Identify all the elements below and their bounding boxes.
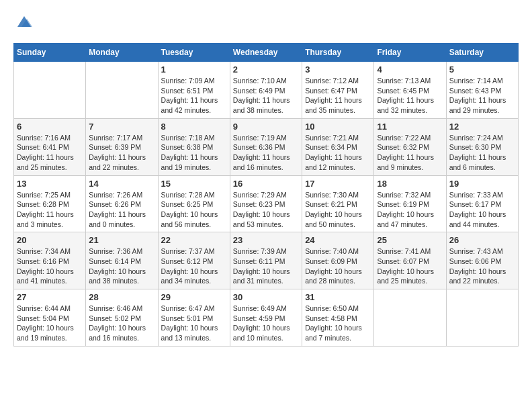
calendar-cell <box>374 289 446 347</box>
calendar-cell: 2Sunrise: 7:10 AMSunset: 6:49 PMDaylight… <box>230 62 302 119</box>
calendar-cell: 31Sunrise: 6:50 AMSunset: 4:58 PMDayligh… <box>302 289 374 347</box>
day-info: Sunrise: 7:29 AMSunset: 6:23 PMDaylight:… <box>233 190 299 230</box>
calendar-cell: 4Sunrise: 7:13 AMSunset: 6:45 PMDaylight… <box>374 62 446 119</box>
weekday-header-monday: Monday <box>86 44 158 62</box>
weekday-header-row: SundayMondayTuesdayWednesdayThursdayFrid… <box>14 44 519 62</box>
calendar-cell: 21Sunrise: 7:36 AMSunset: 6:14 PMDayligh… <box>86 232 158 289</box>
day-number: 31 <box>305 292 371 302</box>
page-header <box>13 13 519 32</box>
day-number: 28 <box>89 292 154 302</box>
day-number: 19 <box>449 179 515 189</box>
day-info: Sunrise: 7:13 AMSunset: 6:45 PMDaylight:… <box>377 76 443 116</box>
day-info: Sunrise: 7:30 AMSunset: 6:21 PMDaylight:… <box>305 190 371 230</box>
week-row-3: 13Sunrise: 7:25 AMSunset: 6:28 PMDayligh… <box>14 175 519 232</box>
calendar-cell: 30Sunrise: 6:49 AMSunset: 4:59 PMDayligh… <box>230 289 302 347</box>
day-number: 3 <box>305 64 371 75</box>
day-number: 9 <box>233 122 299 132</box>
day-info: Sunrise: 7:09 AMSunset: 6:51 PMDaylight:… <box>161 76 227 116</box>
weekday-header-sunday: Sunday <box>14 44 86 62</box>
day-number: 22 <box>161 235 227 245</box>
calendar-cell: 18Sunrise: 7:32 AMSunset: 6:19 PMDayligh… <box>374 175 446 232</box>
day-number: 13 <box>17 179 83 189</box>
day-number: 15 <box>161 179 227 189</box>
logo <box>13 13 34 32</box>
weekday-header-tuesday: Tuesday <box>158 44 230 62</box>
calendar-cell <box>86 62 158 119</box>
week-row-1: 1Sunrise: 7:09 AMSunset: 6:51 PMDaylight… <box>14 62 519 119</box>
calendar-cell: 14Sunrise: 7:26 AMSunset: 6:26 PMDayligh… <box>86 175 158 232</box>
calendar-cell: 3Sunrise: 7:12 AMSunset: 6:47 PMDaylight… <box>302 62 374 119</box>
week-row-4: 20Sunrise: 7:34 AMSunset: 6:16 PMDayligh… <box>14 232 519 289</box>
day-number: 11 <box>377 122 443 132</box>
day-info: Sunrise: 7:12 AMSunset: 6:47 PMDaylight:… <box>305 76 371 116</box>
day-info: Sunrise: 7:34 AMSunset: 6:16 PMDaylight:… <box>17 246 83 286</box>
day-number: 21 <box>89 235 154 245</box>
calendar-cell: 11Sunrise: 7:22 AMSunset: 6:32 PMDayligh… <box>374 118 446 175</box>
day-number: 29 <box>161 292 227 302</box>
day-info: Sunrise: 7:24 AMSunset: 6:30 PMDaylight:… <box>449 133 515 173</box>
logo-icon <box>15 13 34 32</box>
calendar-cell: 24Sunrise: 7:40 AMSunset: 6:09 PMDayligh… <box>302 232 374 289</box>
day-info: Sunrise: 7:37 AMSunset: 6:12 PMDaylight:… <box>161 246 227 286</box>
calendar-cell: 8Sunrise: 7:18 AMSunset: 6:38 PMDaylight… <box>158 118 230 175</box>
day-number: 12 <box>449 122 515 132</box>
day-number: 26 <box>449 235 515 245</box>
week-row-2: 6Sunrise: 7:16 AMSunset: 6:41 PMDaylight… <box>14 118 519 175</box>
calendar-cell: 13Sunrise: 7:25 AMSunset: 6:28 PMDayligh… <box>14 175 86 232</box>
day-info: Sunrise: 6:49 AMSunset: 4:59 PMDaylight:… <box>233 304 299 343</box>
calendar-cell <box>446 289 518 347</box>
calendar-cell: 19Sunrise: 7:33 AMSunset: 6:17 PMDayligh… <box>446 175 518 232</box>
day-info: Sunrise: 6:44 AMSunset: 5:04 PMDaylight:… <box>17 304 83 343</box>
weekday-header-saturday: Saturday <box>446 44 518 62</box>
day-info: Sunrise: 7:43 AMSunset: 6:06 PMDaylight:… <box>449 246 515 286</box>
weekday-header-friday: Friday <box>374 44 446 62</box>
day-info: Sunrise: 7:25 AMSunset: 6:28 PMDaylight:… <box>17 190 83 230</box>
day-info: Sunrise: 7:21 AMSunset: 6:34 PMDaylight:… <box>305 133 371 173</box>
day-info: Sunrise: 7:36 AMSunset: 6:14 PMDaylight:… <box>89 246 154 286</box>
calendar-cell: 5Sunrise: 7:14 AMSunset: 6:43 PMDaylight… <box>446 62 518 119</box>
calendar-cell: 25Sunrise: 7:41 AMSunset: 6:07 PMDayligh… <box>374 232 446 289</box>
calendar-cell: 7Sunrise: 7:17 AMSunset: 6:39 PMDaylight… <box>86 118 158 175</box>
calendar-cell: 28Sunrise: 6:46 AMSunset: 5:02 PMDayligh… <box>86 289 158 347</box>
day-number: 20 <box>17 235 83 245</box>
calendar-table: SundayMondayTuesdayWednesdayThursdayFrid… <box>13 43 519 347</box>
day-info: Sunrise: 7:10 AMSunset: 6:49 PMDaylight:… <box>233 76 299 116</box>
day-number: 18 <box>377 179 443 189</box>
calendar-cell: 15Sunrise: 7:28 AMSunset: 6:25 PMDayligh… <box>158 175 230 232</box>
calendar-cell: 1Sunrise: 7:09 AMSunset: 6:51 PMDaylight… <box>158 62 230 119</box>
day-info: Sunrise: 7:16 AMSunset: 6:41 PMDaylight:… <box>17 133 83 173</box>
day-info: Sunrise: 6:50 AMSunset: 4:58 PMDaylight:… <box>305 304 371 343</box>
calendar-cell <box>14 62 86 119</box>
day-number: 2 <box>233 64 299 75</box>
calendar-cell: 29Sunrise: 6:47 AMSunset: 5:01 PMDayligh… <box>158 289 230 347</box>
day-info: Sunrise: 7:32 AMSunset: 6:19 PMDaylight:… <box>377 190 443 230</box>
calendar-cell: 6Sunrise: 7:16 AMSunset: 6:41 PMDaylight… <box>14 118 86 175</box>
day-number: 5 <box>449 64 515 75</box>
day-number: 1 <box>161 64 227 75</box>
day-number: 17 <box>305 179 371 189</box>
day-number: 27 <box>17 292 83 302</box>
calendar-cell: 16Sunrise: 7:29 AMSunset: 6:23 PMDayligh… <box>230 175 302 232</box>
calendar-cell: 27Sunrise: 6:44 AMSunset: 5:04 PMDayligh… <box>14 289 86 347</box>
day-number: 10 <box>305 122 371 132</box>
day-number: 8 <box>161 122 227 132</box>
day-info: Sunrise: 7:19 AMSunset: 6:36 PMDaylight:… <box>233 133 299 173</box>
day-info: Sunrise: 6:46 AMSunset: 5:02 PMDaylight:… <box>89 304 154 343</box>
calendar-cell: 20Sunrise: 7:34 AMSunset: 6:16 PMDayligh… <box>14 232 86 289</box>
calendar-cell: 26Sunrise: 7:43 AMSunset: 6:06 PMDayligh… <box>446 232 518 289</box>
day-info: Sunrise: 7:17 AMSunset: 6:39 PMDaylight:… <box>89 133 154 173</box>
day-number: 14 <box>89 179 154 189</box>
day-number: 4 <box>377 64 443 75</box>
day-info: Sunrise: 7:28 AMSunset: 6:25 PMDaylight:… <box>161 190 227 230</box>
calendar-cell: 9Sunrise: 7:19 AMSunset: 6:36 PMDaylight… <box>230 118 302 175</box>
day-info: Sunrise: 7:33 AMSunset: 6:17 PMDaylight:… <box>449 190 515 230</box>
weekday-header-thursday: Thursday <box>302 44 374 62</box>
day-number: 23 <box>233 235 299 245</box>
week-row-5: 27Sunrise: 6:44 AMSunset: 5:04 PMDayligh… <box>14 289 519 347</box>
day-info: Sunrise: 7:40 AMSunset: 6:09 PMDaylight:… <box>305 246 371 286</box>
day-info: Sunrise: 7:26 AMSunset: 6:26 PMDaylight:… <box>89 190 154 230</box>
day-info: Sunrise: 7:14 AMSunset: 6:43 PMDaylight:… <box>449 76 515 116</box>
day-info: Sunrise: 7:39 AMSunset: 6:11 PMDaylight:… <box>233 246 299 286</box>
day-number: 7 <box>89 122 154 132</box>
calendar-cell: 23Sunrise: 7:39 AMSunset: 6:11 PMDayligh… <box>230 232 302 289</box>
